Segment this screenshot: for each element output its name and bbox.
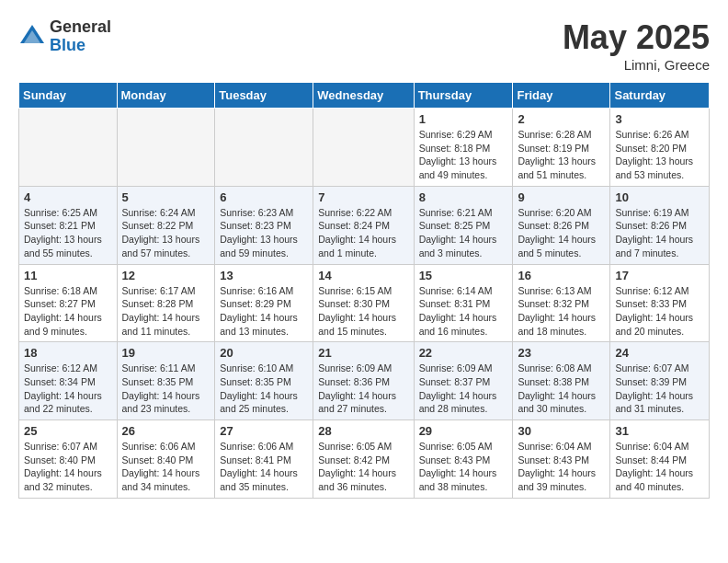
calendar-week-row: 4Sunrise: 6:25 AMSunset: 8:21 PMDaylight… bbox=[19, 186, 710, 264]
day-number: 25 bbox=[24, 424, 112, 438]
day-info: Sunrise: 6:06 AMSunset: 8:41 PMDaylight:… bbox=[220, 440, 308, 494]
day-number: 15 bbox=[419, 269, 508, 282]
day-info: Sunrise: 6:20 AMSunset: 8:26 PMDaylight:… bbox=[518, 206, 605, 260]
day-number: 10 bbox=[615, 190, 704, 204]
day-info: Sunrise: 6:24 AMSunset: 8:22 PMDaylight:… bbox=[122, 206, 210, 260]
day-info: Sunrise: 6:14 AMSunset: 8:31 PMDaylight:… bbox=[419, 284, 508, 339]
calendar-day-cell: 1Sunrise: 6:29 AMSunset: 8:18 PMDaylight… bbox=[414, 109, 513, 187]
calendar-day-cell: 29Sunrise: 6:05 AMSunset: 8:43 PMDayligh… bbox=[414, 420, 513, 499]
calendar-week-row: 1Sunrise: 6:29 AMSunset: 8:18 PMDaylight… bbox=[19, 109, 710, 187]
calendar-week-row: 18Sunrise: 6:12 AMSunset: 8:34 PMDayligh… bbox=[19, 342, 710, 420]
day-number: 3 bbox=[615, 112, 704, 126]
logo-text: General Blue bbox=[50, 18, 111, 55]
day-number: 13 bbox=[220, 269, 308, 282]
calendar-day-cell: 20Sunrise: 6:10 AMSunset: 8:35 PMDayligh… bbox=[215, 342, 313, 420]
calendar-day-cell: 30Sunrise: 6:04 AMSunset: 8:43 PMDayligh… bbox=[513, 420, 610, 499]
day-info: Sunrise: 6:08 AMSunset: 8:38 PMDaylight:… bbox=[518, 362, 605, 416]
day-number: 2 bbox=[518, 112, 605, 126]
calendar-day-cell: 11Sunrise: 6:18 AMSunset: 8:27 PMDayligh… bbox=[19, 264, 118, 342]
calendar-day-cell bbox=[313, 109, 414, 187]
logo-icon bbox=[18, 23, 46, 51]
calendar-day-cell: 5Sunrise: 6:24 AMSunset: 8:22 PMDaylight… bbox=[117, 186, 215, 264]
day-info: Sunrise: 6:28 AMSunset: 8:19 PMDaylight:… bbox=[518, 128, 605, 182]
weekday-header: Wednesday bbox=[313, 83, 414, 109]
weekday-header-row: SundayMondayTuesdayWednesdayThursdayFrid… bbox=[19, 83, 710, 109]
calendar-day-cell: 15Sunrise: 6:14 AMSunset: 8:31 PMDayligh… bbox=[414, 264, 513, 342]
calendar-day-cell bbox=[117, 109, 215, 187]
day-number: 27 bbox=[220, 424, 308, 438]
day-number: 7 bbox=[318, 190, 408, 204]
day-number: 9 bbox=[518, 190, 605, 204]
day-info: Sunrise: 6:07 AMSunset: 8:39 PMDaylight:… bbox=[615, 362, 704, 416]
day-number: 11 bbox=[24, 269, 112, 282]
calendar-week-row: 25Sunrise: 6:07 AMSunset: 8:40 PMDayligh… bbox=[19, 420, 710, 499]
day-info: Sunrise: 6:23 AMSunset: 8:23 PMDaylight:… bbox=[220, 206, 308, 260]
calendar-day-cell: 9Sunrise: 6:20 AMSunset: 8:26 PMDaylight… bbox=[513, 186, 610, 264]
calendar-day-cell: 17Sunrise: 6:12 AMSunset: 8:33 PMDayligh… bbox=[610, 264, 710, 342]
calendar-day-cell: 14Sunrise: 6:15 AMSunset: 8:30 PMDayligh… bbox=[313, 264, 414, 342]
day-info: Sunrise: 6:05 AMSunset: 8:43 PMDaylight:… bbox=[419, 440, 508, 494]
day-number: 21 bbox=[318, 346, 408, 360]
calendar-day-cell: 12Sunrise: 6:17 AMSunset: 8:28 PMDayligh… bbox=[117, 264, 215, 342]
day-info: Sunrise: 6:17 AMSunset: 8:28 PMDaylight:… bbox=[122, 284, 210, 339]
calendar-day-cell: 10Sunrise: 6:19 AMSunset: 8:26 PMDayligh… bbox=[610, 186, 710, 264]
day-number: 19 bbox=[122, 346, 210, 360]
title-block: May 2025 Limni, Greece bbox=[563, 18, 710, 73]
calendar-day-cell bbox=[19, 109, 118, 187]
calendar-day-cell: 24Sunrise: 6:07 AMSunset: 8:39 PMDayligh… bbox=[610, 342, 710, 420]
day-info: Sunrise: 6:26 AMSunset: 8:20 PMDaylight:… bbox=[615, 128, 704, 182]
calendar-day-cell: 13Sunrise: 6:16 AMSunset: 8:29 PMDayligh… bbox=[215, 264, 313, 342]
day-info: Sunrise: 6:06 AMSunset: 8:40 PMDaylight:… bbox=[122, 440, 210, 494]
calendar-day-cell: 3Sunrise: 6:26 AMSunset: 8:20 PMDaylight… bbox=[610, 109, 710, 187]
day-number: 5 bbox=[122, 190, 210, 204]
day-info: Sunrise: 6:21 AMSunset: 8:25 PMDaylight:… bbox=[419, 206, 508, 260]
calendar-day-cell: 2Sunrise: 6:28 AMSunset: 8:19 PMDaylight… bbox=[513, 109, 610, 187]
day-number: 17 bbox=[615, 269, 704, 282]
weekday-header: Thursday bbox=[414, 83, 513, 109]
day-info: Sunrise: 6:10 AMSunset: 8:35 PMDaylight:… bbox=[220, 362, 308, 416]
day-info: Sunrise: 6:16 AMSunset: 8:29 PMDaylight:… bbox=[220, 284, 308, 339]
day-info: Sunrise: 6:19 AMSunset: 8:26 PMDaylight:… bbox=[615, 206, 704, 260]
calendar-day-cell: 22Sunrise: 6:09 AMSunset: 8:37 PMDayligh… bbox=[414, 342, 513, 420]
page-header: General Blue May 2025 Limni, Greece bbox=[18, 18, 710, 73]
day-number: 23 bbox=[518, 346, 605, 360]
day-info: Sunrise: 6:05 AMSunset: 8:42 PMDaylight:… bbox=[318, 440, 408, 494]
day-info: Sunrise: 6:13 AMSunset: 8:32 PMDaylight:… bbox=[518, 284, 605, 339]
logo-general: General bbox=[50, 18, 111, 37]
day-info: Sunrise: 6:04 AMSunset: 8:43 PMDaylight:… bbox=[518, 440, 605, 494]
logo: General Blue bbox=[18, 18, 111, 55]
day-info: Sunrise: 6:12 AMSunset: 8:34 PMDaylight:… bbox=[24, 362, 112, 416]
day-info: Sunrise: 6:12 AMSunset: 8:33 PMDaylight:… bbox=[615, 284, 704, 339]
logo-blue: Blue bbox=[50, 37, 111, 55]
weekday-header: Saturday bbox=[610, 83, 710, 109]
day-number: 18 bbox=[24, 346, 112, 360]
day-number: 26 bbox=[122, 424, 210, 438]
day-number: 12 bbox=[122, 269, 210, 282]
location: Limni, Greece bbox=[563, 57, 710, 73]
calendar-week-row: 11Sunrise: 6:18 AMSunset: 8:27 PMDayligh… bbox=[19, 264, 710, 342]
day-number: 20 bbox=[220, 346, 308, 360]
day-info: Sunrise: 6:18 AMSunset: 8:27 PMDaylight:… bbox=[24, 284, 112, 339]
calendar-day-cell: 28Sunrise: 6:05 AMSunset: 8:42 PMDayligh… bbox=[313, 420, 414, 499]
day-info: Sunrise: 6:04 AMSunset: 8:44 PMDaylight:… bbox=[615, 440, 704, 494]
calendar-day-cell: 27Sunrise: 6:06 AMSunset: 8:41 PMDayligh… bbox=[215, 420, 313, 499]
weekday-header: Sunday bbox=[19, 83, 118, 109]
calendar-table: SundayMondayTuesdayWednesdayThursdayFrid… bbox=[18, 82, 710, 499]
calendar-day-cell: 18Sunrise: 6:12 AMSunset: 8:34 PMDayligh… bbox=[19, 342, 118, 420]
day-number: 16 bbox=[518, 269, 605, 282]
calendar-day-cell: 7Sunrise: 6:22 AMSunset: 8:24 PMDaylight… bbox=[313, 186, 414, 264]
day-info: Sunrise: 6:22 AMSunset: 8:24 PMDaylight:… bbox=[318, 206, 408, 260]
day-info: Sunrise: 6:09 AMSunset: 8:37 PMDaylight:… bbox=[419, 362, 508, 416]
day-number: 6 bbox=[220, 190, 308, 204]
calendar-day-cell: 25Sunrise: 6:07 AMSunset: 8:40 PMDayligh… bbox=[19, 420, 118, 499]
day-number: 30 bbox=[518, 424, 605, 438]
day-number: 31 bbox=[615, 424, 704, 438]
day-info: Sunrise: 6:15 AMSunset: 8:30 PMDaylight:… bbox=[318, 284, 408, 339]
day-info: Sunrise: 6:29 AMSunset: 8:18 PMDaylight:… bbox=[419, 128, 508, 182]
day-number: 14 bbox=[318, 269, 408, 282]
day-number: 22 bbox=[419, 346, 508, 360]
calendar-day-cell: 19Sunrise: 6:11 AMSunset: 8:35 PMDayligh… bbox=[117, 342, 215, 420]
weekday-header: Monday bbox=[117, 83, 215, 109]
day-info: Sunrise: 6:09 AMSunset: 8:36 PMDaylight:… bbox=[318, 362, 408, 416]
day-number: 28 bbox=[318, 424, 408, 438]
